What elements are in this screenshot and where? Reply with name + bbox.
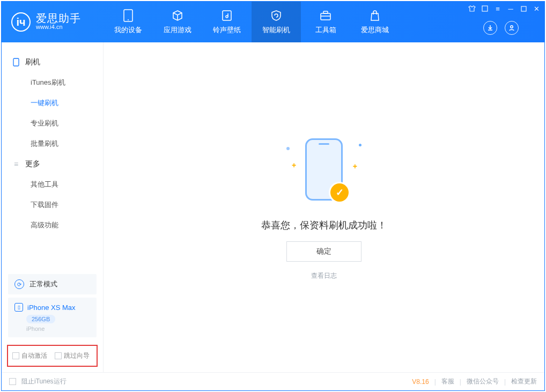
main-tabs: 我的设备 应用游戏 铃声壁纸 智能刷机 工具箱 爱思商城 <box>104 2 400 42</box>
device-icon: ▯ <box>14 303 23 312</box>
svg-point-7 <box>511 26 513 28</box>
tab-label: 我的设备 <box>114 25 142 35</box>
app-logo: iч 爱思助手 www.i4.cn <box>2 12 104 32</box>
group-title: 更多 <box>25 159 40 169</box>
success-illustration: ++ ✓ <box>281 134 367 209</box>
sidebar-item-download-firmware[interactable]: 下载固件 <box>2 195 103 215</box>
cube-icon <box>171 9 184 22</box>
download-button[interactable] <box>483 21 497 35</box>
sidebar-item-advanced[interactable]: 高级功能 <box>2 215 103 235</box>
svg-rect-8 <box>482 6 488 11</box>
tab-toolbox[interactable]: 工具箱 <box>301 2 350 42</box>
tab-my-device[interactable]: 我的设备 <box>104 2 153 42</box>
phone-icon <box>12 58 20 66</box>
tab-label: 工具箱 <box>315 25 336 35</box>
mode-icon: ⟳ <box>14 279 24 289</box>
device-icon <box>122 9 135 22</box>
tab-ringtones-wallpapers[interactable]: 铃声壁纸 <box>202 2 252 42</box>
tab-label: 应用游戏 <box>164 25 191 35</box>
group-title: 刷机 <box>25 57 40 67</box>
success-message: 恭喜您，保资料刷机成功啦！ <box>261 219 387 232</box>
svg-point-3 <box>226 16 228 18</box>
music-file-icon <box>220 9 233 22</box>
app-name-cn: 爱思助手 <box>36 13 81 24</box>
checkbox-auto-activate[interactable]: 自动激活 <box>12 351 47 360</box>
options-highlight-box: 自动激活 跳过向导 <box>7 345 98 367</box>
app-name-en: www.i4.cn <box>36 24 81 31</box>
tab-apps-games[interactable]: 应用游戏 <box>153 2 202 42</box>
window-controls: ≡ ─ ✕ <box>467 4 541 13</box>
tab-label: 铃声壁纸 <box>213 25 241 35</box>
list-icon: ≡ <box>12 160 20 168</box>
svg-rect-9 <box>521 6 526 11</box>
check-icon: ✓ <box>330 183 349 202</box>
menu-icon[interactable]: ≡ <box>493 4 503 13</box>
view-log-link[interactable]: 查看日志 <box>311 271 337 280</box>
sidebar-group-flash: 刷机 <box>2 52 103 72</box>
device-panel[interactable]: ▯ iPhone XS Max 256GB iPhone <box>8 298 97 337</box>
skin-icon[interactable] <box>480 4 490 13</box>
shirt-icon[interactable] <box>467 4 477 13</box>
account-button[interactable] <box>505 21 519 35</box>
header-actions <box>483 21 519 35</box>
device-type: iPhone <box>26 326 90 332</box>
mode-indicator[interactable]: ⟳ 正常模式 <box>8 274 97 294</box>
svg-point-1 <box>128 19 129 20</box>
tab-label: 智能刷机 <box>262 25 290 35</box>
refresh-shield-icon <box>270 9 283 22</box>
sidebar-item-itunes-flash[interactable]: iTunes刷机 <box>2 72 103 93</box>
status-bar: 阻止iTunes运行 V8.16 | 客服 | 微信公众号 | 检查更新 <box>2 372 544 390</box>
device-name: iPhone XS Max <box>27 304 76 312</box>
minimize-button[interactable]: ─ <box>506 4 515 13</box>
version-label: V8.16 <box>412 378 429 386</box>
tab-store[interactable]: 爱思商城 <box>350 2 400 42</box>
footer-link-wechat[interactable]: 微信公众号 <box>467 377 499 386</box>
toolbox-icon <box>319 9 332 22</box>
app-header: iч 爱思助手 www.i4.cn 我的设备 应用游戏 铃声壁纸 智能刷机 <box>2 2 544 42</box>
sidebar-item-oneclick-flash[interactable]: 一键刷机 <box>2 93 103 113</box>
tab-label: 爱思商城 <box>361 25 389 35</box>
checkbox-skip-guide[interactable]: 跳过向导 <box>55 351 90 360</box>
sidebar-item-other-tools[interactable]: 其他工具 <box>2 174 103 195</box>
tab-smart-flash[interactable]: 智能刷机 <box>252 2 301 42</box>
footer-link-support[interactable]: 客服 <box>441 377 454 386</box>
svg-rect-4 <box>321 13 330 20</box>
sidebar-item-pro-flash[interactable]: 专业刷机 <box>2 113 103 134</box>
block-itunes-label: 阻止iTunes运行 <box>21 377 67 386</box>
checkbox-block-itunes[interactable] <box>9 378 16 385</box>
sidebar-group-more: ≡ 更多 <box>2 154 103 174</box>
bag-icon <box>368 9 381 22</box>
svg-rect-10 <box>13 58 19 66</box>
main-content: ++ ✓ 恭喜您，保资料刷机成功啦！ 确定 查看日志 <box>104 42 544 372</box>
svg-rect-5 <box>323 11 328 13</box>
mode-label: 正常模式 <box>29 279 57 289</box>
device-capacity: 256GB <box>26 315 55 323</box>
logo-icon: iч <box>11 12 31 32</box>
footer-link-update[interactable]: 检查更新 <box>511 377 537 386</box>
sidebar-item-batch-flash[interactable]: 批量刷机 <box>2 134 103 154</box>
close-button[interactable]: ✕ <box>532 4 541 13</box>
ok-button[interactable]: 确定 <box>286 241 361 262</box>
maximize-button[interactable] <box>519 4 528 13</box>
sidebar: 刷机 iTunes刷机 一键刷机 专业刷机 批量刷机 ≡ 更多 其他工具 下载固… <box>2 42 104 372</box>
